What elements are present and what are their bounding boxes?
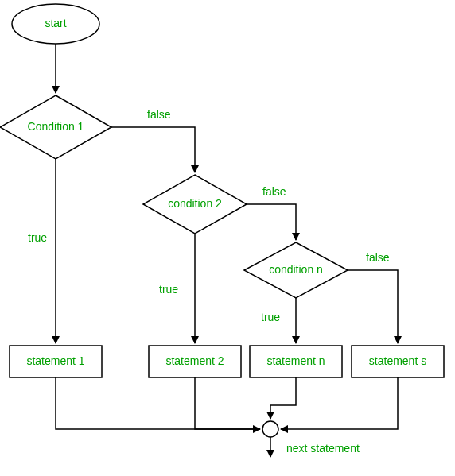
cond2-true-label: true — [159, 283, 178, 296]
edge-stmt2-merge — [195, 377, 260, 429]
edge-condn-false — [348, 270, 398, 343]
edge-stmtn-merge — [270, 377, 296, 419]
statement-s-label: statement s — [369, 354, 426, 367]
condn-false-label: false — [366, 251, 390, 264]
condition-n-label: condition n — [269, 263, 323, 276]
edge-stmts-merge — [281, 377, 398, 429]
condn-true-label: true — [261, 311, 280, 323]
edge-stmt1-merge — [56, 377, 260, 429]
flowchart-diagram: start Condition 1 false true condition 2… — [0, 0, 455, 476]
cond2-false-label: false — [262, 185, 286, 198]
edge-cond2-false — [247, 204, 296, 240]
merge-node — [262, 421, 278, 437]
cond1-true-label: true — [28, 231, 47, 244]
cond1-false-label: false — [147, 108, 171, 121]
start-label: start — [45, 17, 66, 29]
statement-n-label: statement n — [266, 354, 325, 367]
edge-cond1-false — [111, 127, 195, 172]
statement-1-label: statement 1 — [26, 354, 84, 367]
next-statement-label: next statement — [286, 442, 360, 455]
condition-2-label: condition 2 — [168, 197, 222, 210]
condition-1-label: Condition 1 — [28, 120, 84, 133]
statement-2-label: statement 2 — [165, 354, 224, 367]
